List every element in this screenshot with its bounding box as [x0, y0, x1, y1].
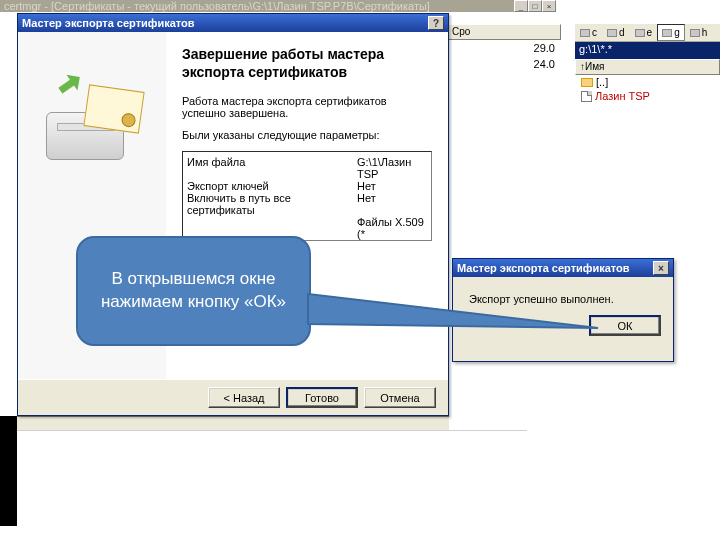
drive-c[interactable]: c: [575, 24, 602, 41]
wizard-summary-table: Имя файлаG:\1\Лазин TSP Экспорт ключейНе…: [182, 151, 432, 241]
ok-button[interactable]: ОК: [589, 315, 661, 336]
wizard-heading: Завершение работы мастера экспорта серти…: [182, 46, 432, 81]
table-row[interactable]: 24.0: [447, 56, 561, 72]
current-path[interactable]: g:\1\*.*: [575, 42, 720, 59]
certmgr-window: certmgr - [Сертификаты - текущий пользов…: [0, 0, 556, 12]
drive-icon: [635, 29, 645, 37]
table-row[interactable]: 29.0: [447, 40, 561, 56]
wizard-title: Мастер экспорта сертификатов: [22, 17, 195, 29]
drive-icon: [662, 29, 672, 37]
table-row: Имя файлаG:\1\Лазин TSP: [187, 156, 427, 180]
drive-icon: [580, 29, 590, 37]
wizard-message: Работа мастера экспорта сертификатов усп…: [182, 95, 432, 119]
background-strip: [0, 416, 17, 526]
parent-dir[interactable]: [..]: [575, 75, 720, 89]
minimize-button[interactable]: _: [514, 0, 528, 12]
maximize-button[interactable]: □: [528, 0, 542, 12]
drive-bar: c d e g h: [575, 24, 720, 42]
close-button[interactable]: ×: [653, 261, 669, 275]
callout-text: В открывшемся окне нажимаем кнопку «ОК»: [92, 268, 295, 314]
wizard-titlebar[interactable]: Мастер экспорта сертификатов ?: [18, 14, 448, 32]
drive-g[interactable]: g: [657, 24, 685, 41]
cert-file-icon: [581, 91, 592, 102]
drive-h[interactable]: h: [685, 24, 713, 41]
cancel-button[interactable]: Отмена: [364, 387, 436, 408]
wizard-button-bar: < Назад Готово Отмена: [18, 379, 448, 415]
drive-icon: [607, 29, 617, 37]
confirm-title: Мастер экспорта сертификатов: [457, 262, 630, 274]
instruction-callout: В открывшемся окне нажимаем кнопку «ОК»: [76, 236, 311, 346]
cert-list-panel: Сро 29.0 24.0: [446, 24, 561, 424]
drive-d[interactable]: d: [602, 24, 630, 41]
svg-marker-0: [308, 294, 598, 328]
arrow-icon: [53, 67, 86, 100]
wizard-params-label: Были указаны следующие параметры:: [182, 129, 432, 141]
table-row: Включить в путь все сертификатыНет: [187, 192, 427, 216]
help-button[interactable]: ?: [428, 16, 444, 30]
back-button[interactable]: < Назад: [208, 387, 280, 408]
file-name: Лазин TSP: [595, 90, 650, 102]
statusbar: [17, 416, 449, 430]
list-item[interactable]: Лазин TSP: [575, 89, 720, 103]
finish-button[interactable]: Готово: [286, 387, 358, 408]
drive-e[interactable]: e: [630, 24, 658, 41]
background-panel: [17, 430, 527, 480]
export-wizard-window: Мастер экспорта сертификатов ? Завершени…: [17, 13, 449, 416]
table-row: Экспорт ключейНет: [187, 180, 427, 192]
column-name[interactable]: ↑Имя: [575, 59, 720, 75]
certificate-icon: [83, 84, 144, 133]
column-expiry[interactable]: Сро: [447, 24, 561, 40]
folder-icon: [581, 78, 593, 87]
certmgr-title: certmgr - [Сертификаты - текущий пользов…: [0, 0, 556, 12]
drive-icon: [690, 29, 700, 37]
close-button[interactable]: ×: [542, 0, 556, 12]
